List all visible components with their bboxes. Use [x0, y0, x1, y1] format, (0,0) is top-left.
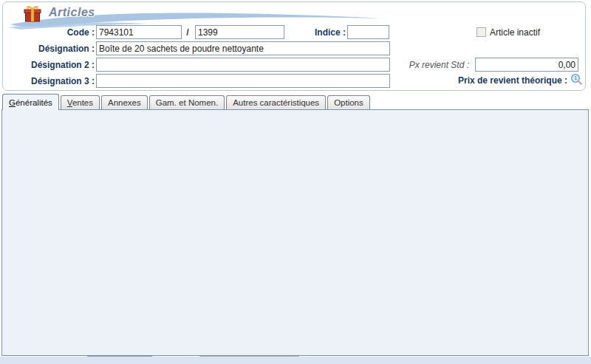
tab-ventes[interactable]: Ventes: [61, 95, 100, 109]
article-inactif-checkbox[interactable]: [476, 27, 486, 37]
code-input[interactable]: [96, 25, 182, 39]
designation2-label: Désignation 2 :: [6, 60, 95, 71]
tab-options[interactable]: Options: [327, 95, 370, 109]
generalites-panel: [1, 109, 589, 356]
indice-input[interactable]: [347, 25, 389, 39]
page-title: Articles: [49, 6, 95, 19]
prix-theorique-consult-icon[interactable]: 1: [570, 73, 584, 86]
tab-gam-nomen[interactable]: Gam. et Nomen.: [149, 95, 225, 109]
articles-window: Articles Code : / Indice : Article inact…: [0, 0, 591, 364]
tab-autres-caracteristiques[interactable]: Autres caractéristiques: [226, 95, 326, 109]
window-bottom-strip: [0, 357, 591, 364]
tab-generalites[interactable]: Généralités: [2, 94, 59, 110]
designation3-input[interactable]: [96, 74, 390, 88]
designation2-input[interactable]: [96, 58, 390, 72]
svg-text:1: 1: [574, 75, 577, 80]
prix-theorique-label: Prix de revient théorique :: [414, 75, 567, 86]
tab-bar: Généralités Ventes Annexes Gam. et Nomen…: [2, 93, 372, 109]
designation3-label: Désignation 3 :: [6, 76, 95, 87]
code-label: Code :: [21, 27, 95, 38]
code-separator: /: [183, 27, 192, 38]
tab-annexes[interactable]: Annexes: [101, 95, 148, 109]
code-suffix-input[interactable]: [195, 25, 284, 39]
gift-icon: [23, 5, 42, 23]
px-revient-input[interactable]: [475, 58, 578, 72]
indice-label: Indice :: [294, 27, 346, 38]
article-inactif-label: Article inactif: [490, 27, 540, 38]
px-revient-label: Px revient Std :: [403, 60, 469, 71]
designation-input[interactable]: [96, 41, 390, 55]
designation-label: Désignation :: [13, 44, 95, 55]
